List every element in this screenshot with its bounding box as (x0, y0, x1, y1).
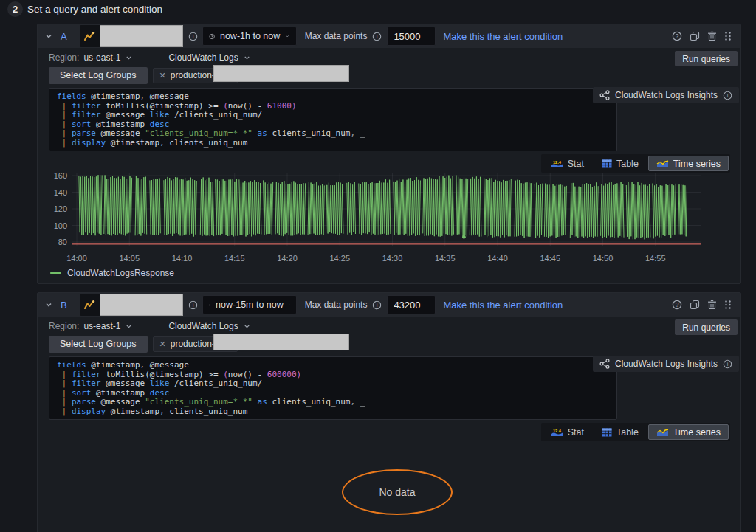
svg-text:i: i (192, 302, 193, 308)
toggle-timeseries-label: Time series (673, 427, 721, 438)
cloudwatch-logs-insights-button[interactable]: CloudWatch Logs Insights i (593, 356, 739, 372)
toggle-table-label: Table (616, 427, 639, 438)
query-panel-b: B i now-15m to now Max data points i Mak… (37, 292, 741, 532)
toggle-table-label: Table (616, 159, 639, 169)
toggle-stat-button[interactable]: 12.4 Stat (543, 424, 592, 440)
query-header-actions: ? (672, 300, 732, 310)
max-data-points-input[interactable] (387, 27, 436, 46)
visualization-toggle-group: 12.4 Stat Table Time series (541, 154, 730, 173)
time-series-icon (656, 159, 669, 168)
cloudwatch-datasource-icon (83, 300, 96, 311)
query-a-header-row: A i now-1h to now Max data points i Make… (38, 24, 740, 48)
svg-text:14:00: 14:00 (66, 254, 87, 263)
datasource-picker-button[interactable] (80, 25, 100, 47)
svg-text:100: 100 (54, 221, 67, 230)
logs-insights-query-editor[interactable]: fields @timestamp, @message | filter toM… (49, 356, 617, 420)
series-legend-label[interactable]: CloudWatchLogsResponse (67, 268, 174, 278)
run-queries-button[interactable]: Run queries (675, 51, 738, 66)
insights-button-label: CloudWatch Logs Insights (615, 359, 718, 369)
redacted-datasource-name (100, 294, 183, 316)
cloudwatch-datasource-icon (83, 31, 96, 42)
query-mode-select[interactable]: CloudWatch Logs (168, 52, 238, 63)
close-icon[interactable]: ✕ (159, 339, 166, 349)
toggle-stat-label: Stat (568, 159, 584, 169)
svg-text:120: 120 (54, 204, 67, 213)
duplicate-query-icon[interactable] (690, 31, 700, 41)
share-icon (599, 90, 610, 100)
no-data-indicator: No data (342, 469, 453, 515)
run-queries-button[interactable]: Run queries (675, 319, 738, 335)
collapse-chevron-icon[interactable] (44, 300, 54, 310)
svg-text:?: ? (676, 301, 679, 308)
collapse-chevron-icon[interactable] (44, 31, 54, 41)
query-b-loggroups-row: Select Log Groups ✕ production-web (49, 335, 238, 353)
svg-text:14:10: 14:10 (172, 254, 193, 263)
chevron-down-icon (289, 301, 290, 308)
toggle-timeseries-button[interactable]: Time series (648, 424, 729, 440)
stat-icon: 12.4 (551, 428, 563, 437)
query-a-options-row: Region: us-east-1 CloudWatch Logs (38, 48, 740, 67)
region-value[interactable]: us-east-1 (83, 321, 120, 331)
select-log-groups-button[interactable]: Select Log Groups (49, 67, 148, 84)
select-log-groups-button[interactable]: Select Log Groups (49, 336, 148, 353)
make-alert-condition-link[interactable]: Make this the alert condition (443, 300, 563, 311)
info-icon[interactable]: i (188, 300, 198, 310)
chevron-down-icon (285, 32, 289, 40)
help-circle-icon[interactable]: ? (672, 300, 682, 310)
svg-text:14:05: 14:05 (119, 254, 140, 263)
stat-icon: 12.4 (551, 159, 563, 168)
svg-text:14:25: 14:25 (329, 254, 350, 263)
max-data-points-label: Max data points (305, 300, 368, 310)
time-range-picker[interactable]: now-1h to now (202, 27, 297, 46)
chevron-down-icon (243, 322, 251, 331)
info-icon[interactable]: i (372, 300, 382, 310)
time-range-value: now-1h to now (220, 31, 280, 41)
no-data-label: No data (379, 486, 415, 498)
close-icon[interactable]: ✕ (159, 71, 166, 80)
duplicate-query-icon[interactable] (690, 300, 700, 310)
svg-text:14:35: 14:35 (435, 254, 456, 263)
cloudwatch-logs-insights-button[interactable]: CloudWatch Logs Insights i (593, 87, 739, 103)
svg-text:14:30: 14:30 (382, 254, 403, 263)
help-circle-icon[interactable]: ? (672, 31, 682, 41)
info-icon: i (723, 91, 732, 100)
svg-text:14:20: 14:20 (277, 254, 298, 263)
redacted-log-group-name (213, 334, 349, 350)
toggle-stat-button[interactable]: 12.4 Stat (543, 156, 592, 171)
svg-text:i: i (377, 302, 378, 308)
query-mode-select[interactable]: CloudWatch Logs (168, 321, 238, 331)
svg-text:i: i (727, 361, 729, 367)
svg-text:14:45: 14:45 (540, 254, 560, 263)
region-label: Region: (49, 52, 79, 63)
region-label: Region: (49, 321, 79, 331)
toggle-timeseries-label: Time series (673, 159, 721, 169)
toggle-table-button[interactable]: Table (594, 424, 647, 440)
time-range-picker[interactable]: now-15m to now (202, 295, 297, 314)
query-a-loggroups-row: Select Log Groups ✕ production-web (49, 66, 238, 84)
toggle-timeseries-button[interactable]: Time series (648, 156, 729, 171)
svg-text:80: 80 (58, 238, 67, 246)
clock-icon (209, 300, 210, 310)
trash-icon[interactable] (707, 300, 717, 310)
logs-insights-query-editor[interactable]: fields @timestamp, @message | filter toM… (49, 88, 617, 151)
max-data-points-label: Max data points (305, 31, 368, 41)
region-value[interactable]: us-east-1 (83, 52, 120, 63)
make-alert-condition-link[interactable]: Make this the alert condition (443, 31, 563, 42)
svg-text:140: 140 (54, 188, 67, 197)
toggle-table-button[interactable]: Table (594, 156, 647, 171)
drag-handle-icon[interactable] (724, 300, 732, 310)
info-icon[interactable]: i (372, 32, 382, 41)
code-line: | display @timestamp, clients_uniq_num (57, 139, 609, 148)
datasource-picker-button[interactable] (80, 294, 100, 316)
visualization-toggle-group: 12.4 Stat Table Time series (541, 423, 730, 441)
trash-icon[interactable] (707, 31, 717, 41)
query-header-actions: ? (672, 31, 732, 41)
chart-legend[interactable]: CloudWatchLogsResponse (50, 268, 174, 278)
query-b-header-row: B i now-15m to now Max data points i Mak… (38, 293, 740, 317)
drag-handle-icon[interactable] (724, 31, 732, 41)
info-icon[interactable]: i (188, 32, 198, 41)
chevron-down-icon (125, 322, 133, 331)
redacted-datasource-name (100, 25, 183, 47)
query-a-preview-chart[interactable]: 8010012014016014:0014:0514:1014:1514:201… (38, 172, 742, 269)
max-data-points-input[interactable] (387, 295, 436, 314)
